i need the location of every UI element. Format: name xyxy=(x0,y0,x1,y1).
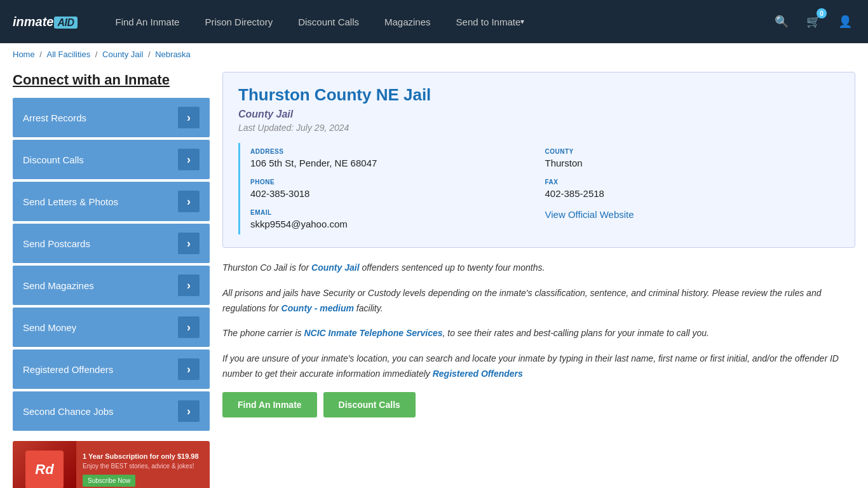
nav-prison-directory[interactable]: Prison Directory xyxy=(192,0,285,43)
main-nav: Find An Inmate Prison Directory Discount… xyxy=(103,0,771,43)
address-value: 106 5th St, Pender, NE 68047 xyxy=(250,158,545,168)
website-block: View Official Website xyxy=(545,204,840,234)
nav-magazines[interactable]: Magazines xyxy=(372,0,444,43)
desc-p4-before: If you are unsure of your inmate's locat… xyxy=(222,353,839,379)
phone-block: PHONE 402-385-3018 xyxy=(250,173,545,204)
sidebar: Connect with an Inmate Arrest Records › … xyxy=(13,72,210,488)
sidebar-item-send-postcards[interactable]: Send Postcards › xyxy=(13,224,210,263)
sidebar-item-send-letters[interactable]: Send Letters & Photos › xyxy=(13,182,210,221)
breadcrumb: Home / All Facilities / County Jail / Ne… xyxy=(0,43,868,65)
facility-description: Thurston Co Jail is for County Jail offe… xyxy=(222,261,855,382)
main-content: Thurston County NE Jail County Jail Last… xyxy=(222,72,855,488)
address-label: ADDRESS xyxy=(250,148,545,155)
breadcrumb-county-jail[interactable]: County Jail xyxy=(102,50,143,59)
ad-subscribe-button[interactable]: Subscribe Now xyxy=(83,475,135,487)
chevron-right-icon: › xyxy=(178,233,200,254)
header-icons: 🔍 🛒 0 👤 xyxy=(771,11,855,32)
sidebar-item-discount-calls[interactable]: Discount Calls › xyxy=(13,140,210,179)
county-medium-link[interactable]: County - medium xyxy=(281,303,354,313)
facility-details: ADDRESS 106 5th St, Pender, NE 68047 COU… xyxy=(238,143,839,234)
sidebar-item-label: Send Postcards xyxy=(23,238,90,249)
desc-p3-after: , to see their rates and best-calling pl… xyxy=(443,328,709,338)
sidebar-item-label: Discount Calls xyxy=(23,154,84,165)
nav-send-to-inmate[interactable]: Send to Inmate xyxy=(444,0,538,43)
view-official-website-link[interactable]: View Official Website xyxy=(545,209,634,220)
registered-offenders-link[interactable]: Registered Offenders xyxy=(433,369,523,379)
county-jail-link[interactable]: County Jail xyxy=(311,262,359,273)
desc-p2-after: facility. xyxy=(354,303,383,313)
phone-value: 402-385-3018 xyxy=(250,188,545,199)
email-label: EMAIL xyxy=(250,209,545,216)
ad-title: 1 Year Subscription for only $19.98 xyxy=(83,452,203,460)
chevron-right-icon: › xyxy=(178,316,200,338)
chevron-right-icon: › xyxy=(178,274,200,296)
sidebar-item-label: Send Money xyxy=(23,322,76,333)
sidebar-item-label: Arrest Records xyxy=(23,112,86,123)
breadcrumb-all-facilities[interactable]: All Facilities xyxy=(47,50,91,59)
sidebar-item-arrest-records[interactable]: Arrest Records › xyxy=(13,98,210,137)
sidebar-item-send-magazines[interactable]: Send Magazines › xyxy=(13,266,210,305)
breadcrumb-nebraska[interactable]: Nebraska xyxy=(155,50,191,59)
sidebar-item-label: Second Chance Jobs xyxy=(23,406,114,417)
county-block: COUNTY Thurston xyxy=(545,143,840,173)
nav-find-an-inmate[interactable]: Find An Inmate xyxy=(103,0,193,43)
description-p1: Thurston Co Jail is for County Jail offe… xyxy=(222,261,855,276)
email-block: EMAIL skkp9554@yahoo.com xyxy=(250,204,545,234)
breadcrumb-home[interactable]: Home xyxy=(13,50,35,59)
address-block: ADDRESS 106 5th St, Pender, NE 68047 xyxy=(250,143,545,173)
facility-type: County Jail xyxy=(238,109,839,120)
fax-label: FAX xyxy=(545,179,840,186)
nav-discount-calls[interactable]: Discount Calls xyxy=(285,0,372,43)
ad-logo: Rd xyxy=(25,451,64,488)
breadcrumb-sep-2: / xyxy=(95,50,100,59)
description-p4: If you are unsure of your inmate's locat… xyxy=(222,351,855,382)
logo-aid: AID xyxy=(54,17,77,29)
fax-value: 402-385-2518 xyxy=(545,188,840,199)
facility-name: Thurston County NE Jail xyxy=(238,85,839,105)
description-p2: All prisons and jails have Security or C… xyxy=(222,286,855,316)
search-icon[interactable]: 🔍 xyxy=(771,11,792,32)
sidebar-item-label: Registered Offenders xyxy=(23,364,113,375)
discount-calls-button[interactable]: Discount Calls xyxy=(323,392,416,417)
facility-last-updated: Last Updated: July 29, 2024 xyxy=(238,123,839,133)
breadcrumb-sep-3: / xyxy=(148,50,153,59)
fax-block: FAX 402-385-2518 xyxy=(545,173,840,204)
county-value: Thurston xyxy=(545,158,840,168)
ncic-link[interactable]: NCIC Inmate Telephone Services xyxy=(304,328,442,338)
bottom-buttons: Find An Inmate Discount Calls xyxy=(222,392,855,417)
county-label: COUNTY xyxy=(545,148,840,155)
chevron-right-icon: › xyxy=(178,149,200,170)
logo-text: inmateAID xyxy=(13,15,78,29)
sidebar-title: Connect with an Inmate xyxy=(13,72,210,88)
user-icon[interactable]: 👤 xyxy=(835,11,855,32)
email-value: skkp9554@yahoo.com xyxy=(250,219,545,229)
phone-label: PHONE xyxy=(250,179,545,186)
cart-icon[interactable]: 🛒 0 xyxy=(803,11,824,32)
sidebar-ad[interactable]: Rd 1 Year Subscription for only $19.98 E… xyxy=(13,441,210,488)
description-p3: The phone carrier is NCIC Inmate Telepho… xyxy=(222,326,855,341)
chevron-right-icon: › xyxy=(178,358,200,380)
desc-p1-before: Thurston Co Jail is for xyxy=(222,262,311,273)
logo[interactable]: inmateAID xyxy=(13,15,78,29)
facility-card: Thurston County NE Jail County Jail Last… xyxy=(222,72,855,248)
sidebar-item-second-chance-jobs[interactable]: Second Chance Jobs › xyxy=(13,391,210,431)
breadcrumb-sep-1: / xyxy=(39,50,44,59)
find-inmate-button[interactable]: Find An Inmate xyxy=(222,392,317,417)
chevron-right-icon: › xyxy=(178,107,200,128)
sidebar-menu: Arrest Records › Discount Calls › Send L… xyxy=(13,98,210,431)
header: inmateAID Find An Inmate Prison Director… xyxy=(0,0,868,43)
sidebar-item-registered-offenders[interactable]: Registered Offenders › xyxy=(13,349,210,389)
main-layout: Connect with an Inmate Arrest Records › … xyxy=(0,65,868,488)
cart-badge: 0 xyxy=(817,8,827,18)
sidebar-item-send-money[interactable]: Send Money › xyxy=(13,308,210,347)
chevron-right-icon: › xyxy=(178,191,200,212)
sidebar-item-label: Send Magazines xyxy=(23,280,94,291)
desc-p3-before: The phone carrier is xyxy=(222,328,304,338)
ad-subtitle: Enjoy the BEST stories, advice & jokes! xyxy=(83,463,203,470)
sidebar-item-label: Send Letters & Photos xyxy=(23,196,118,207)
desc-p1-after: offenders sentenced up to twenty four mo… xyxy=(360,262,545,273)
chevron-right-icon: › xyxy=(178,400,200,422)
